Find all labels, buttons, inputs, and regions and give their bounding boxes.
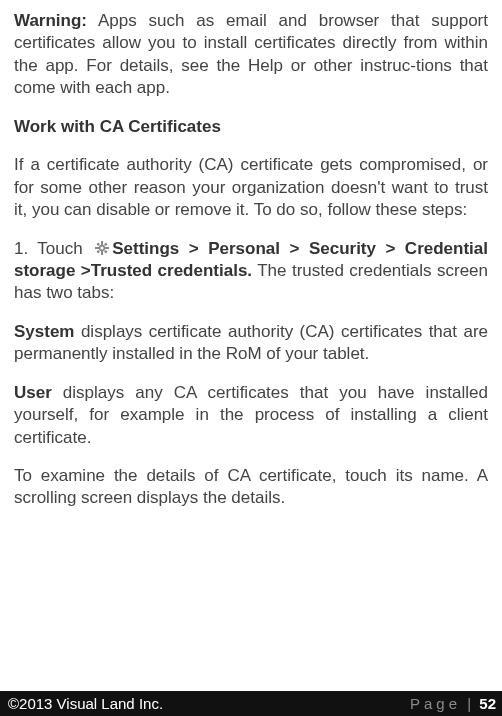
- page-body: Warning: Apps such as email and browser …: [0, 0, 502, 510]
- section-heading: Work with CA Certificates: [14, 116, 488, 138]
- svg-rect-7: [104, 249, 108, 253]
- step-1: 1. Touch Settings > Personal > Security …: [14, 238, 488, 305]
- svg-rect-6: [97, 249, 101, 253]
- svg-rect-3: [105, 247, 109, 249]
- warning-paragraph: Warning: Apps such as email and browser …: [14, 10, 488, 100]
- warning-label: Warning:: [14, 11, 87, 30]
- page-label: Page: [410, 695, 461, 712]
- user-tab-paragraph: User displays any CA certificates that y…: [14, 382, 488, 449]
- svg-rect-4: [97, 242, 101, 246]
- settings-icon: [94, 240, 110, 256]
- svg-rect-1: [101, 251, 103, 255]
- svg-rect-2: [95, 247, 99, 249]
- svg-rect-5: [104, 242, 108, 246]
- intro-paragraph: If a certificate authority (CA) certific…: [14, 154, 488, 221]
- page-number: 52: [479, 695, 496, 712]
- step-1-prefix: 1. Touch: [14, 239, 92, 258]
- svg-point-8: [100, 245, 105, 250]
- final-paragraph: To examine the details of CA certificate…: [14, 465, 488, 510]
- system-label: System: [14, 322, 74, 341]
- system-body: displays certificate authority (CA) cert…: [14, 322, 488, 363]
- page-indicator: Page | 52: [410, 695, 496, 712]
- user-body: displays any CA certificates that you ha…: [14, 383, 488, 447]
- copyright: ©2013 Visual Land Inc.: [8, 695, 163, 712]
- user-label: User: [14, 383, 52, 402]
- page-footer: ©2013 Visual Land Inc. Page | 52: [0, 691, 502, 716]
- page-separator: |: [467, 695, 471, 712]
- svg-rect-0: [101, 241, 103, 245]
- system-tab-paragraph: System displays certificate authority (C…: [14, 321, 488, 366]
